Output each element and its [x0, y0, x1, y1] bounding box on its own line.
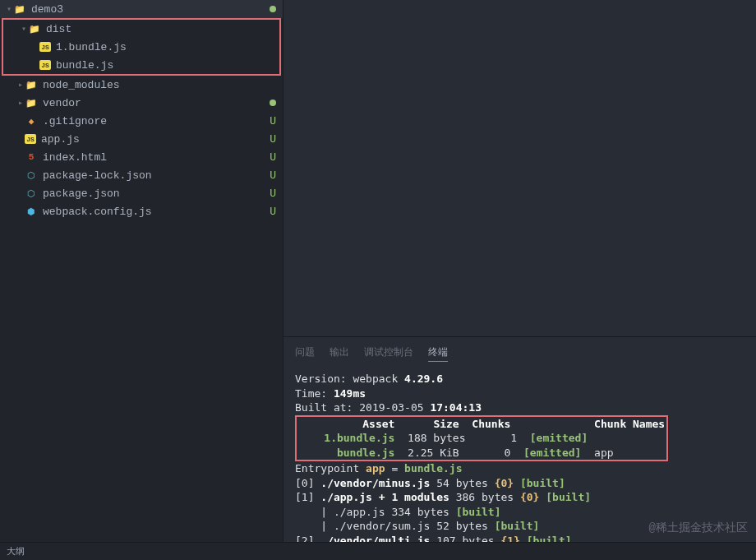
- entrypoint-name: app: [366, 462, 385, 474]
- term-version: 4.29.6: [404, 373, 443, 385]
- status-dot-icon: [270, 100, 276, 106]
- module-path: ./vendor/minus.js: [320, 477, 430, 489]
- tree-file[interactable]: JS 1.bundle.js: [3, 38, 279, 56]
- chevron-right-icon[interactable]: [16, 80, 25, 90]
- tree-file-indexhtml[interactable]: 5 index.html U: [0, 148, 283, 166]
- th-chunks: Chunks: [472, 418, 510, 430]
- status-badge: U: [270, 115, 276, 127]
- json-file-icon: ⬡: [25, 187, 38, 200]
- tree-root[interactable]: 📁 demo3: [0, 0, 283, 18]
- status-badge: U: [270, 206, 276, 218]
- asset-size: 188 bytes: [408, 432, 465, 444]
- status-badge: U: [270, 151, 276, 164]
- tree-file-pkgjson[interactable]: ⬡ package.json U: [0, 184, 283, 202]
- chevron-down-icon[interactable]: [5, 4, 13, 14]
- tree-file-pkglock[interactable]: ⬡ package-lock.json U: [0, 166, 283, 184]
- chunk-name: app: [594, 447, 613, 459]
- asset-name: 1.bundle.js: [324, 432, 394, 444]
- term-text: Time:: [295, 387, 334, 400]
- status-badge: U: [270, 133, 276, 146]
- term-time: 149ms: [334, 387, 366, 400]
- tab-debug[interactable]: 调试控制台: [364, 344, 413, 362]
- watermark: @稀土掘金技术社区: [649, 521, 748, 535]
- module-path: ./app.js + 1 modules: [320, 491, 449, 503]
- asset-chunk: 0: [505, 447, 511, 459]
- asset-name: bundle.js: [337, 447, 394, 459]
- file-label: index.html: [43, 151, 270, 164]
- html-file-icon: 5: [25, 150, 38, 164]
- js-file-icon: JS: [39, 60, 51, 70]
- folder-icon: 📁: [25, 78, 38, 91]
- status-badge: U: [270, 169, 276, 182]
- status-dot-icon: [270, 6, 276, 12]
- tree-folder-node-modules[interactable]: 📁 node_modules: [0, 76, 283, 94]
- tab-problems[interactable]: 问题: [295, 344, 315, 362]
- webpack-file-icon: ⬢: [25, 205, 38, 218]
- folder-label: node_modules: [43, 79, 276, 91]
- tree-file-gitignore[interactable]: ◆ .gitignore U: [0, 112, 283, 130]
- tree-folder-dist[interactable]: 📁 dist: [3, 20, 279, 38]
- tree-file[interactable]: JS bundle.js: [3, 56, 279, 74]
- file-label: package-lock.json: [43, 169, 270, 182]
- folder-label: demo3: [31, 3, 270, 16]
- tab-terminal[interactable]: 终端: [428, 344, 448, 362]
- file-label: bundle.js: [56, 59, 273, 72]
- asset-status: [emitted]: [530, 432, 588, 444]
- asset-size: 2.25 KiB: [408, 447, 459, 459]
- tree-file-appjs[interactable]: JS app.js U: [0, 130, 283, 148]
- th-chunk-names: Chunk Names: [594, 418, 665, 430]
- file-label: webpack.config.js: [43, 206, 270, 218]
- chevron-right-icon[interactable]: [16, 98, 25, 108]
- file-label: app.js: [41, 133, 270, 146]
- module-path: ./vendor/sum.js: [334, 520, 430, 532]
- module-path: ./app.js: [334, 506, 385, 518]
- term-text: Version: webpack: [295, 373, 404, 385]
- tab-output[interactable]: 输出: [330, 344, 349, 362]
- status-bar: 大纲: [0, 542, 756, 560]
- git-file-icon: ◆: [25, 114, 38, 127]
- folder-icon: 📁: [28, 22, 41, 35]
- main-panel: 问题 输出 调试控制台 终端 Version: webpack 4.29.6 T…: [284, 0, 756, 560]
- editor-area[interactable]: [284, 0, 756, 336]
- folder-label: dist: [46, 23, 273, 35]
- panel-tabs: 问题 输出 调试控制台 终端: [284, 337, 756, 368]
- th-size: Size: [433, 418, 459, 430]
- term-text: Built at: 2019-03-05: [295, 401, 430, 414]
- tree-folder-vendor[interactable]: 📁 vendor: [0, 94, 283, 112]
- term-text: Entrypoint: [295, 462, 366, 474]
- js-file-icon: JS: [25, 134, 36, 144]
- folder-icon: 📁: [25, 96, 38, 109]
- asset-chunk: 1: [510, 432, 517, 444]
- file-label: .gitignore: [43, 115, 270, 127]
- folder-icon: 📁: [13, 2, 26, 16]
- folder-label: vendor: [43, 97, 270, 109]
- highlight-dist: 📁 dist JS 1.bundle.js JS bundle.js: [2, 18, 281, 76]
- entrypoint-file: bundle.js: [404, 462, 462, 474]
- js-file-icon: JS: [39, 42, 51, 52]
- chevron-down-icon[interactable]: [20, 24, 28, 34]
- term-built-time: 17:04:13: [430, 401, 482, 414]
- outline-label[interactable]: 大纲: [7, 545, 25, 558]
- th-asset: Asset: [362, 418, 394, 430]
- file-label: 1.bundle.js: [56, 41, 273, 53]
- file-explorer: 📁 demo3 📁 dist JS 1.bundle.js JS bundle.…: [0, 0, 284, 560]
- file-label: package.json: [43, 187, 270, 200]
- tree-file-webpack[interactable]: ⬢ webpack.config.js U: [0, 202, 283, 220]
- highlight-assets-table: Asset Size Chunks Chunk Names 1.bundle.j…: [295, 415, 668, 462]
- asset-status: [emitted]: [523, 447, 581, 459]
- status-badge: U: [270, 187, 276, 200]
- json-file-icon: ⬡: [25, 169, 38, 182]
